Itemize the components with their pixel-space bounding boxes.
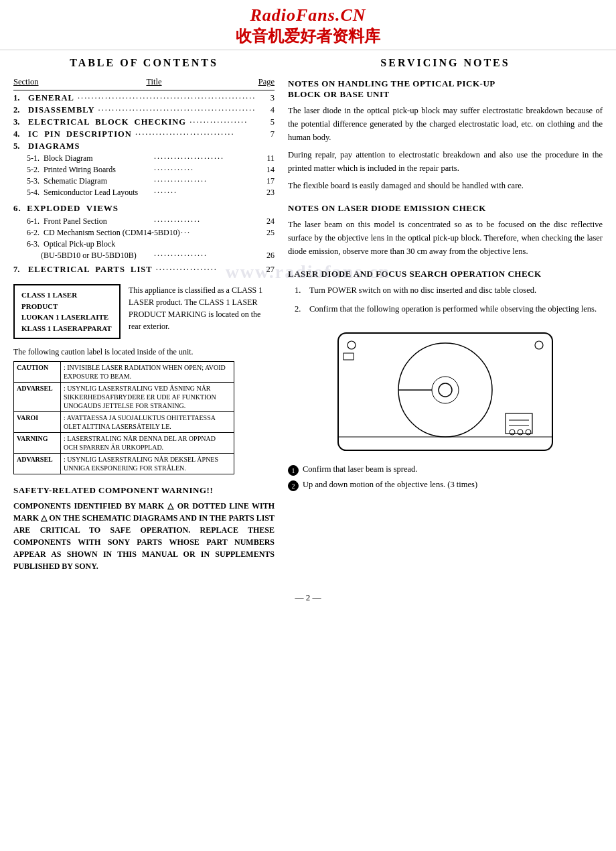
caution-label-2: ADVARSEL [14,383,61,412]
item-2-text: Confirm that the following operation is … [309,302,597,316]
circle-num-2: 2 [288,480,299,491]
caution-note: The following caution label is located i… [13,347,275,357]
toc-sub-6-2: 6-2. CD Mechanism Section (CDM14-5BD10) … [27,228,275,238]
caution-text-5: : USYNLIG LASERSTRALING NÅR DEKSEL ÅPNES… [61,454,234,474]
toc-num-5: 5. [13,141,28,151]
toc-sub-6-3: 6-3. Optical Pick-up Block [27,239,275,249]
servicing-block-1: NOTES ON HANDLING THE OPTICAL PICK-UPBLO… [288,78,603,192]
toc-num-7: 7. [13,265,28,275]
toc-num-1: 1. [13,93,28,103]
toc-entry-5: 5. DIAGRAMS [13,141,275,151]
toc-num-3: 3. [13,117,28,127]
site-title-english: RadioFans.CN [0,5,616,25]
block-2-heading: NOTES ON LASER DIODE EMISSION CHECK [288,203,603,214]
servicing-block-3: LASER DIODE AND FOCUS SEARCH OPERATION C… [288,269,603,316]
toc-page-7: 27 [254,265,275,275]
block-1-para-2: During repair, pay attention to electros… [288,148,603,175]
toc-sub-6-1: 6-1. Front Panel Section ·············· … [27,216,275,226]
toc-label-2: DISASSEMBLY [28,105,94,115]
caution-text-2: : USYNLIG LASERSTRALING VED ÅSNING NÅR S… [61,383,234,412]
toc-page-4: 7 [254,129,275,139]
toc-sub-page-6-1: 24 [254,216,275,226]
svg-point-11 [518,430,523,435]
right-column: SERVICING NOTES NOTES ON HANDLING THE OP… [288,57,603,572]
toc-sub-page-6-2: 25 [254,228,275,238]
toc-sub-label-6-3b: (BU-5BD10 or BU-5BD10B) [27,251,154,261]
block-3-body: 1. Turn POWER switch on with no disc ins… [288,283,603,316]
safety-body: COMPONENTS IDENTIFIED BY MARK △ OR DOTTE… [13,500,275,572]
toc-sub-dots-6-1: ·············· [154,216,254,226]
toc-sub-dots-5-2: ············ [154,165,254,175]
toc-sub-label-6-1: 6-1. Front Panel Section [27,216,154,226]
circle-num-1: 1 [288,465,299,476]
caution-row-2: ADVARSEL : USYNLIG LASERSTRALING VED ÅSN… [14,383,234,412]
toc-sub-page-5-3: 17 [254,176,275,186]
circle-item-1: 1 Confirm that laser beam is spread. [288,464,603,476]
toc-dots-2: ········································… [94,105,254,115]
svg-point-12 [526,430,531,435]
toc-sub-dots-5-1: ····················· [154,153,254,163]
toc-page-2: 4 [254,105,275,115]
svg-rect-13 [343,353,354,360]
caution-row-4: VARNING : LASERSTRALING NÅR DENNA DEL AR… [14,433,234,454]
toc-entry-6: 6. EXPLODED VIEWS [13,203,275,214]
circle-text-2: Up and down motion of the objective lens… [303,480,477,490]
toc-sub-dots-5-3: ················ [154,176,254,186]
toc-header: Section Title Page [13,77,275,87]
toc-num-4: 4. [13,129,28,139]
toc-num-2: 2. [13,105,28,115]
caution-label-3: VAROI [14,412,61,433]
toc-sub-5-3: 5-3. Schematic Diagram ················ … [27,176,275,186]
block-1-para-3: The flexible board is easily damaged and… [288,179,603,192]
servicing-title: SERVICING NOTES [288,57,603,69]
toc-col-section: Section [13,77,60,87]
toc-sub-5-1: 5-1. Block Diagram ·····················… [27,153,275,163]
toc-sub-5-2: 5-2. Printed Wiring Boards ············ … [27,165,275,175]
toc-sub-label-6-3: 6-3. Optical Pick-up Block [27,239,115,249]
svg-point-10 [510,430,515,435]
svg-point-5 [535,341,543,349]
block-3-heading: LASER DIODE AND FOCUS SEARCH OPERATION C… [288,269,603,279]
laser-line-3: KLASS 1 LASERAPPARAT [21,323,112,334]
toc-sub-page-5-2: 14 [254,165,275,175]
laser-label-box: CLASS 1 LASER PRODUCT LUOKAN 1 LASERLAIT… [13,284,121,339]
toc-label-5: DIAGRAMS [28,141,80,151]
caution-label-table: CAUTION : INVISIBLE LASER RADIATION WHEN… [13,361,234,474]
caution-label-4: VARNING [14,433,61,454]
toc-entry-7: 7. ELECTRICAL PARTS LIST ···············… [13,265,275,275]
laser-box-area: CLASS 1 LASER PRODUCT LUOKAN 1 LASERLAIT… [13,284,275,339]
toc-label-1: GENERAL [28,93,74,103]
toc-entry-3: 3. ELECTRICAL BLOCK CHECKING ···········… [13,117,275,127]
safety-title: SAFETY-RELATED COMPONENT WARNING!! [13,485,275,496]
circle-item-2: 2 Up and down motion of the objective le… [288,480,603,491]
toc-dots-1: ········································… [74,93,254,103]
toc-label-3: ELECTRICAL BLOCK CHECKING [28,117,186,127]
circle-text-1: Confirm that laser beam is spread. [303,464,417,474]
svg-point-3 [432,377,459,403]
cd-mechanism-diagram [288,326,603,460]
block-1-heading: NOTES ON HANDLING THE OPTICAL PICK-UPBLO… [288,78,603,100]
toc-sub-page-5-4: 23 [254,188,275,198]
toc-sub-page-6-3b: 26 [254,251,275,261]
svg-point-2 [439,383,452,397]
toc-sub-dots-6-2: ··· [181,228,254,238]
site-title-chinese: 收音机爱好者资料库 [0,25,616,47]
numbered-item-2: 2. Confirm that the following operation … [295,302,603,316]
numbered-list: 1. Turn POWER switch on with no disc ins… [295,283,603,316]
toc-sub-page-5-1: 11 [254,153,275,163]
svg-point-4 [348,341,356,349]
caution-text-4: : LASERSTRALING NÅR DENNA DEL AR OPPNAD … [61,433,234,454]
caution-row-3: VAROI : AVATTAESSA JA SUOJALUKTUS OHITET… [14,412,234,433]
left-column: TABLE OF CONTENTS Section Title Page 1. … [13,57,275,572]
svg-rect-7 [506,413,532,434]
main-content: TABLE OF CONTENTS Section Title Page 1. … [0,50,616,579]
num-1: 1. [295,283,305,297]
toc-page-3: 5 [254,117,275,127]
svg-rect-0 [338,333,552,450]
toc-title: TABLE OF CONTENTS [13,57,275,69]
num-2: 2. [295,302,305,316]
toc-col-page: Page [248,77,275,87]
caution-label-5: ADVARSEL [14,454,61,474]
toc-sub-dots-6-3b: ················ [154,251,254,261]
servicing-block-2: NOTES ON LASER DIODE EMISSION CHECK The … [288,203,603,258]
